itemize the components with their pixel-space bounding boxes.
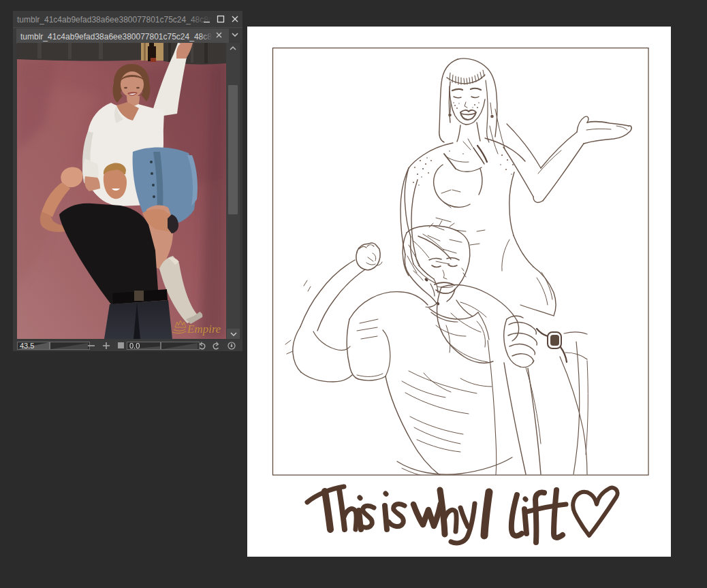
svg-text:Empire: Empire	[187, 323, 221, 336]
